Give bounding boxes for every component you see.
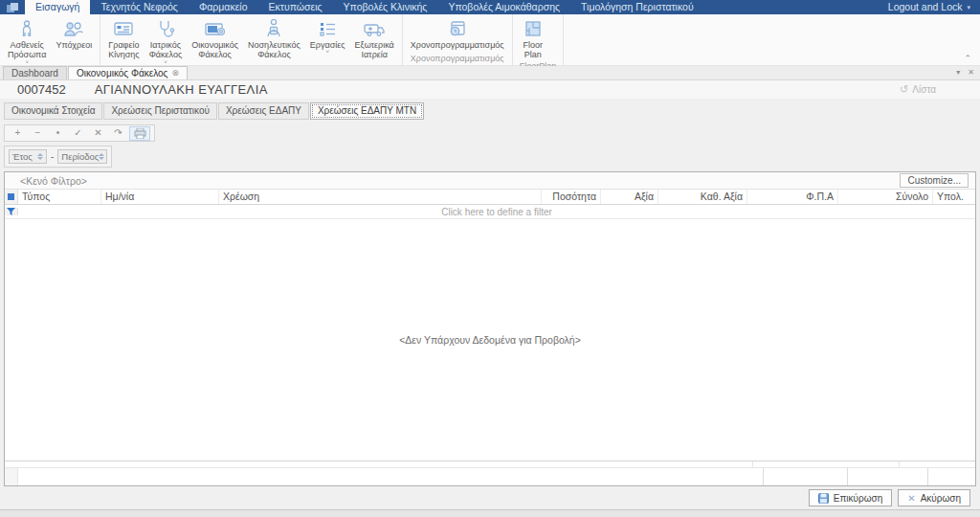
tab-list-dropdown-icon[interactable]: ▾ (956, 68, 960, 77)
year-label: Έτος (12, 151, 33, 162)
ribbon-group-prosopa: Ασθενείς Πρόσωπα ˅ Υπόχρεοι Πρόσωπα (0, 14, 100, 65)
ribbon-item-label: Οικονομικός (191, 40, 238, 50)
print-button[interactable] (129, 126, 150, 141)
column-header-synolo[interactable]: Σύνολο (838, 190, 933, 204)
tab-label: Dashboard (11, 67, 58, 79)
subtab-oikonomika-stoixeia[interactable]: Οικονομικά Στοιχεία (4, 102, 102, 120)
subtab-xreoseis-edapy[interactable]: Χρεώσεις ΕΔΑΠΥ (218, 102, 309, 120)
column-header-imnia[interactable]: Ημ/νία (101, 190, 219, 204)
menu-tab-ypovoles-klinikis[interactable]: Υποβολές Κλινικής (333, 0, 438, 14)
row-indicator-gutter (5, 190, 18, 204)
column-header-fpa[interactable]: Φ.Π.Α (747, 190, 838, 204)
confirm-label: Επικύρωση (834, 493, 883, 504)
column-header-ypol[interactable]: Υπολ. (933, 190, 975, 204)
ribbon-item-ergasies[interactable]: Εργασίες ˅ (305, 16, 350, 54)
menu-tab-ektyposeis[interactable]: Εκτυπώσεις (258, 0, 333, 14)
status-bar (0, 509, 980, 517)
period-label: Περίοδος (61, 151, 99, 162)
close-document-icon[interactable]: ✕ (968, 68, 974, 77)
ribbon-item-ypoxreoi[interactable]: Υπόχρεοι (51, 16, 97, 50)
footer-cell (763, 468, 847, 485)
year-input[interactable]: Έτος (9, 149, 47, 164)
ribbon-item-label: Floor (523, 40, 543, 50)
ribbon-item-floor-plan[interactable]: Floor Plan (516, 16, 550, 60)
menu-tab-eisagogi[interactable]: Εισαγωγή (25, 0, 90, 14)
spinner-icon[interactable] (37, 153, 43, 160)
menu-tab-texnitos-nefros[interactable]: Τεχνητός Νεφρός (90, 0, 188, 14)
ribbon-group-label: Χρονοπρογραμματισμός (406, 53, 509, 65)
grid-filter-row[interactable]: Click here to define a filter (5, 205, 975, 219)
ribbon-item-label: Κίνησης (108, 50, 139, 59)
schedule-calendar-icon (447, 17, 468, 40)
collapse-ribbon-icon[interactable]: ⌃ (964, 54, 971, 63)
tasks-list-icon (318, 17, 337, 40)
customize-button[interactable]: Customize... (900, 173, 969, 188)
footer-cell (927, 468, 975, 485)
period-input[interactable]: Περίοδος (57, 149, 107, 164)
footer-spacer-row (5, 461, 975, 468)
ribbon-item-iatrikos-fakelos[interactable]: Ιατρικός Φάκελος ˅ (145, 16, 188, 64)
ribbon-item-nosileftikos-fakelos[interactable]: Νοσηλευτικός Φάκελος (243, 16, 305, 60)
tab-oikonomikos-fakelos[interactable]: Οικονομικός Φάκελος ⊗ (68, 66, 188, 79)
tab-label: Οικονομικός Φάκελος (77, 67, 167, 79)
ribbon-item-label: Ασθενείς (10, 40, 43, 50)
period-filterbar: Έτος - Περίοδος (4, 146, 976, 168)
delete-row-icon[interactable]: − (29, 125, 47, 141)
ribbon-item-label: Υπόχρεοι (56, 40, 92, 50)
edit-row-icon[interactable]: • (49, 125, 67, 141)
content-area: Οικονομικά Στοιχεία Χρεώσεις Περιστατικο… (0, 99, 980, 509)
subtab-xreoseis-edapy-mtn[interactable]: Χρεώσεις ΕΔΑΠΥ ΜΤΝ (310, 102, 424, 120)
back-to-list-label: Λίστα (912, 84, 936, 95)
save-disk-icon (818, 493, 829, 504)
footer-cell (18, 468, 763, 485)
ribbon-item-grafeio-kinisis[interactable]: Γραφείο Κίνησης (103, 16, 144, 60)
subtab-xreoseis-peristatikou[interactable]: Χρεώσεις Περιστατικού (103, 102, 217, 120)
ribbon: Ασθενείς Πρόσωπα ˅ Υπόχρεοι Πρόσωπα Γραφ… (0, 14, 980, 66)
nurse-icon (264, 17, 283, 40)
footer-summary-row (5, 468, 975, 485)
cancel-button[interactable]: ✕ Ακύρωση (898, 489, 970, 506)
tab-dashboard[interactable]: Dashboard (3, 66, 67, 79)
column-header-aksia[interactable]: Αξία (601, 190, 658, 204)
ribbon-item-label: Νοσηλευτικός (248, 40, 301, 50)
range-separator: - (51, 151, 54, 162)
column-header-typos[interactable]: Τύπος (18, 190, 101, 204)
printer-icon (134, 128, 146, 139)
menu-tab-ypovoles-aimokatharsis[interactable]: Υποβολές Αιμοκάθαρσης (437, 0, 570, 14)
back-arrow-icon: ↺ (900, 83, 908, 96)
billing-card-icon (204, 17, 227, 40)
filter-funnel-icon (7, 208, 15, 215)
ribbon-item-eksoterika-iatreia[interactable]: Εξωτερικά Ιατρεία (350, 16, 399, 60)
add-row-icon[interactable]: + (9, 125, 27, 141)
document-tabstrip: Dashboard Οικονομικός Φάκελος ⊗ ▾ ✕ (0, 66, 980, 80)
define-filter-hint[interactable]: Click here to define a filter (18, 207, 975, 217)
top-menubar: Εισαγωγή Τεχνητός Νεφρός Φαρμακείο Εκτυπ… (0, 0, 980, 14)
column-header-kath-aksia[interactable]: Καθ. Αξία (658, 190, 747, 204)
column-header-xreosi[interactable]: Χρέωση (219, 190, 542, 204)
ribbon-item-label: Ιατρεία (361, 50, 388, 59)
stethoscope-icon (156, 17, 175, 40)
ribbon-item-xronoprogrammatismos[interactable]: Χρονοπρογραμματισμός (406, 16, 509, 50)
ribbon-item-label: Φάκελος (257, 50, 291, 59)
menu-tab-timologisi-peristatikou[interactable]: Τιμολόγηση Περιστατικού (570, 0, 704, 14)
spinner-icon[interactable] (99, 153, 104, 160)
close-tab-icon[interactable]: ⊗ (171, 69, 179, 78)
patient-code: 0007452 (17, 82, 66, 97)
refresh-icon[interactable]: ↷ (109, 125, 127, 141)
ribbon-group-floorplan: Floor Plan FloorPlan (513, 14, 565, 65)
charges-grid: <Κενό Φίλτρο> Customize... Τύπος Ημ/νία … (4, 171, 976, 486)
back-to-list-button[interactable]: ↺ Λίστα (900, 83, 936, 96)
cancel-edit-icon[interactable]: ✕ (89, 125, 107, 141)
registry-card-icon (113, 17, 134, 40)
column-header-posotita[interactable]: Ποσότητα (542, 190, 601, 204)
confirm-button[interactable]: Επικύρωση (809, 489, 893, 506)
ribbon-item-astheneis-prosopa[interactable]: Ασθενείς Πρόσωπα ˅ (3, 16, 51, 64)
logout-and-lock-button[interactable]: Logout and Lock ▾ (879, 0, 980, 14)
menu-tab-farmakeio[interactable]: Φαρμακείο (189, 0, 258, 14)
ambulance-icon (363, 17, 386, 40)
ribbon-item-oikonomikos-fakelos[interactable]: Οικονομικός Φάκελος (187, 16, 243, 60)
confirm-edit-icon[interactable]: ✓ (69, 125, 87, 141)
grid-body[interactable]: <Δεν Υπάρχουν Δεδομένα για Προβολή> (5, 219, 975, 461)
app-logo-icon[interactable] (0, 0, 25, 14)
ribbon-item-label: Χρονοπρογραμματισμός (411, 40, 504, 50)
